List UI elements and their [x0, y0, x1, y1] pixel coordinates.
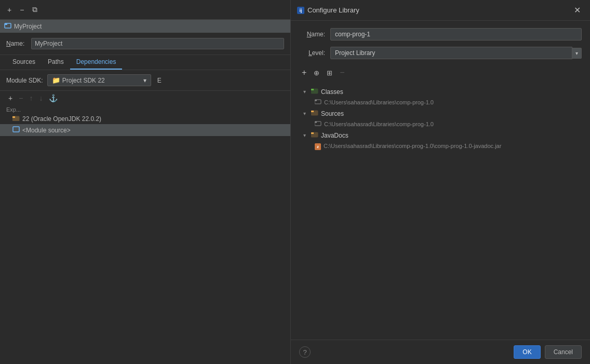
module-source-icon [12, 126, 20, 134]
sources-item-path: C:\Users\sahasrad\Libraries\comp-prog-1.… [324, 121, 434, 127]
javadocs-label: JavaDocs [321, 132, 348, 139]
javadocs-item-path: C:\Users\sahasrad\Libraries\comp-prog-1.… [324, 143, 501, 149]
tree-move-down-btn[interactable]: ↓ [37, 93, 45, 103]
tree-node-module-source[interactable]: <Module source> [0, 124, 290, 136]
lib-add-special-btn[interactable]: ⊕ [311, 69, 322, 77]
tabs-bar: Sources Paths Dependencies [0, 55, 290, 70]
dialog-body: Name: Level: Project Library Module Libr… [291, 21, 590, 340]
name-row: Name: [0, 33, 290, 55]
sources-collapse-arrow: ▾ [303, 111, 309, 116]
level-dropdown-arrow: ▾ [572, 48, 582, 59]
project-node-label: MyProject [14, 23, 42, 30]
javadocs-item-0: z C:\Users\sahasrad\Libraries\comp-prog-… [299, 141, 582, 151]
lib-toolbar: + ⊕ ⊞ − [299, 65, 582, 80]
dialog-title-text: Configure Library [307, 6, 359, 14]
tree-add-btn[interactable]: + [6, 93, 15, 103]
dependency-tree: 22 (Oracle OpenJDK 22.0.2) <Module sourc… [0, 114, 290, 364]
jdk-folder-icon [12, 115, 20, 123]
module-folder-icon [4, 22, 11, 31]
exp-label: Exp... [0, 105, 290, 114]
intellij-icon: ij [297, 7, 304, 14]
javadocs-folder-icon [311, 131, 318, 139]
level-select-wrapper: Project Library Module Library Global Li… [330, 47, 582, 59]
lib-remove-btn[interactable]: − [337, 68, 347, 78]
level-select[interactable]: Project Library Module Library Global Li… [330, 47, 572, 59]
jdk-label: 22 (Oracle OpenJDK 22.0.2) [22, 115, 101, 123]
sdk-value: Project SDK 22 [62, 77, 105, 84]
ok-btn[interactable]: OK [514, 345, 540, 359]
classes-folder-icon [311, 88, 318, 96]
lib-name-label: Name: [299, 31, 325, 38]
classes-item-0: C:\Users\sahasrad\Libraries\comp-prog-1.… [299, 97, 582, 107]
lib-add-alt-btn[interactable]: ⊞ [324, 69, 335, 77]
javadocs-collapse-arrow: ▾ [303, 132, 309, 138]
lib-level-label: Level: [299, 49, 325, 57]
svg-rect-3 [12, 116, 15, 118]
classes-collapse-arrow: ▾ [303, 89, 309, 95]
tab-dependencies[interactable]: Dependencies [70, 55, 123, 70]
tab-sources[interactable]: Sources [6, 55, 42, 70]
sources-item-icon [315, 120, 321, 127]
project-name-input[interactable] [31, 38, 284, 49]
classes-item-icon [315, 99, 321, 105]
sdk-folder-icon: 📁 [52, 76, 60, 84]
classes-label: Classes [321, 88, 343, 96]
tree-node-jdk[interactable]: 22 (Oracle OpenJDK 22.0.2) [0, 114, 290, 124]
dialog-title-area: ij Configure Library [297, 6, 359, 14]
classes-section: ▾ Classes C:\Users\sahasrad\Libraries\co… [299, 86, 582, 107]
javadocs-section: ▾ JavaDocs z C:\Users\sahasrad\Libraries… [299, 130, 582, 151]
remove-project-btn[interactable]: − [18, 5, 26, 15]
sources-item-0: C:\Users\sahasrad\Libraries\comp-prog-1.… [299, 119, 582, 129]
project-node[interactable]: MyProject [0, 20, 290, 33]
javadocs-item-icon: z [315, 142, 321, 150]
cancel-btn[interactable]: Cancel [545, 345, 582, 359]
svg-rect-6 [311, 89, 314, 90]
add-project-btn[interactable]: + [5, 5, 14, 15]
dialog-titlebar: ij Configure Library ✕ [291, 0, 590, 21]
tree-link-btn[interactable]: ⚓ [47, 93, 60, 103]
library-tree: ▾ Classes C:\Users\sahasrad\Libraries\co… [299, 86, 582, 332]
name-label: Name: [6, 40, 27, 47]
svg-rect-14 [311, 132, 314, 134]
sdk-dropdown-arrow: ▾ [143, 77, 146, 84]
lib-level-row: Level: Project Library Module Library Gl… [299, 47, 582, 59]
svg-rect-4 [13, 127, 19, 132]
svg-rect-1 [5, 23, 7, 25]
javadocs-header[interactable]: ▾ JavaDocs [299, 130, 582, 141]
tab-paths[interactable]: Paths [42, 55, 70, 70]
tree-move-up-btn[interactable]: ↑ [27, 93, 35, 103]
footer-actions: OK Cancel [514, 345, 582, 359]
tree-toolbar: + − ↑ ↓ ⚓ [0, 91, 290, 105]
lib-add-btn[interactable]: + [299, 68, 309, 78]
dialog-footer: ? OK Cancel [291, 340, 590, 364]
lib-name-input[interactable] [330, 28, 582, 41]
left-panel: + − ⧉ MyProject Name: Sources Paths Depe… [0, 0, 291, 364]
svg-rect-10 [311, 111, 314, 112]
module-source-label: <Module source> [22, 127, 71, 134]
left-toolbar: + − ⧉ [0, 0, 290, 20]
jar-icon: z [315, 143, 321, 150]
svg-rect-8 [315, 100, 317, 101]
copy-project-btn[interactable]: ⧉ [30, 4, 39, 15]
sources-folder-icon [311, 110, 318, 117]
help-btn[interactable]: ? [299, 346, 311, 358]
lib-name-row: Name: [299, 28, 582, 41]
sdk-row: Module SDK: 📁 Project SDK 22 ▾ E [0, 70, 290, 91]
classes-item-path: C:\Users\sahasrad\Libraries\comp-prog-1.… [324, 99, 434, 105]
sources-header[interactable]: ▾ Sources [299, 108, 582, 119]
close-dialog-btn[interactable]: ✕ [571, 4, 584, 16]
classes-header[interactable]: ▾ Classes [299, 86, 582, 97]
sdk-select[interactable]: 📁 Project SDK 22 ▾ [47, 74, 151, 86]
sources-label: Sources [321, 110, 344, 117]
tree-remove-btn[interactable]: − [17, 93, 25, 103]
sources-section: ▾ Sources C:\Users\sahasrad\Libraries\co… [299, 108, 582, 129]
sdk-edit-btn[interactable]: E [155, 76, 164, 85]
configure-library-dialog: ij Configure Library ✕ Name: Level: Proj… [291, 0, 590, 364]
svg-rect-12 [315, 122, 317, 123]
sdk-label: Module SDK: [6, 77, 43, 84]
